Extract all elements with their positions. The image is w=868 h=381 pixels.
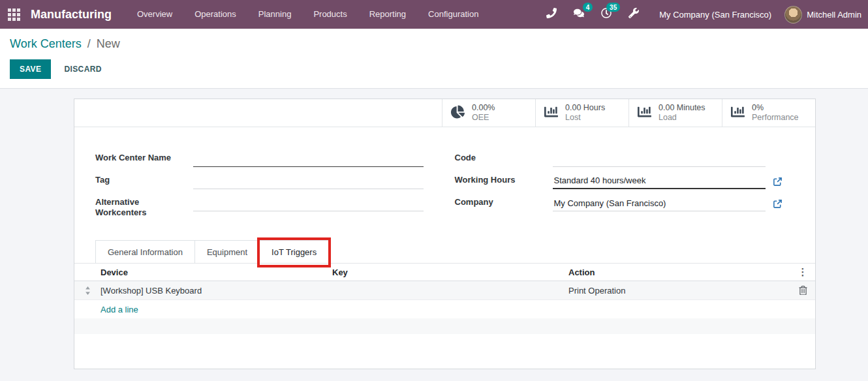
discard-button[interactable]: DISCARD: [54, 60, 111, 78]
code-input[interactable]: [553, 151, 766, 167]
work-center-name-label: Work Center Name: [95, 151, 193, 167]
stat-button-bar: 0.00% OEE 0.00 Hours Lost 0.00 Minutes L…: [74, 99, 815, 127]
company-switcher[interactable]: My Company (San Francisco): [659, 10, 771, 20]
nav-menu-planning[interactable]: Planning: [247, 0, 303, 29]
nav-menu-operations[interactable]: Operations: [183, 0, 247, 29]
stat-button-performance[interactable]: 0% Performance: [722, 99, 815, 127]
code-label: Code: [455, 151, 553, 167]
column-device[interactable]: Device: [101, 267, 332, 277]
stat-button-load[interactable]: 0.00 Minutes Load: [628, 99, 722, 127]
control-panel: Work Centers / New SAVE DISCARD: [0, 29, 868, 89]
tools-icon: [628, 8, 639, 21]
company-input[interactable]: My Company (San Francisco): [553, 195, 766, 211]
phone-icon: [546, 8, 557, 21]
company-label: Company: [455, 195, 553, 211]
stat-oee-value: 0.00%: [472, 103, 495, 113]
breadcrumb-work-centers[interactable]: Work Centers: [10, 37, 82, 50]
stat-lost-label: Lost: [565, 113, 605, 123]
stat-button-oee[interactable]: 0.00% OEE: [442, 99, 535, 127]
debug-tools-button[interactable]: [620, 0, 647, 29]
breadcrumb-separator: /: [87, 37, 91, 50]
work-center-name-input[interactable]: [193, 151, 424, 167]
nav-menu-reporting[interactable]: Reporting: [358, 0, 417, 29]
stat-load-label: Load: [659, 113, 705, 123]
tab-equipment[interactable]: Equipment: [194, 240, 260, 263]
nav-menu-products[interactable]: Products: [302, 0, 358, 29]
messages-icon: [574, 8, 584, 21]
user-name: Mitchell Admin: [807, 10, 861, 20]
systray: 4 35 My Company (San Francisco) Mitchell…: [538, 0, 861, 29]
bar-chart-icon: [731, 105, 745, 121]
cell-device[interactable]: [Workshop] USB Keyboard: [101, 286, 332, 296]
ext-placeholder: [766, 151, 783, 167]
alternative-workcenters-input[interactable]: [193, 195, 424, 211]
activities-button[interactable]: 35: [593, 0, 620, 29]
messages-badge: 4: [583, 3, 593, 12]
breadcrumb-current: New: [97, 37, 120, 50]
stat-load-value: 0.00 Minutes: [659, 103, 705, 113]
activities-badge: 35: [606, 3, 620, 12]
form-fields: Work Center Name Tag Alternative Workcen…: [74, 127, 815, 224]
nav-menu-overview[interactable]: Overview: [126, 0, 183, 29]
iot-triggers-table: Device Key Action ⋮ [Workshop] USB Keybo…: [74, 264, 815, 334]
breadcrumb: Work Centers / New: [10, 37, 858, 51]
voip-button[interactable]: [538, 0, 565, 29]
form-sheet: 0.00% OEE 0.00 Hours Lost 0.00 Minutes L…: [74, 99, 816, 369]
company-external-link-icon[interactable]: [766, 195, 783, 211]
apps-menu-icon[interactable]: [8, 8, 20, 21]
cell-action[interactable]: Print Operation: [568, 286, 790, 296]
tag-label: Tag: [95, 173, 193, 189]
tag-input[interactable]: [193, 173, 424, 189]
main-menu: Overview Operations Planning Products Re…: [126, 0, 489, 29]
stat-performance-value: 0%: [752, 103, 799, 113]
working-hours-external-link-icon[interactable]: [766, 173, 783, 189]
empty-row-stripe: [74, 318, 815, 334]
stat-lost-value: 0.00 Hours: [565, 103, 605, 113]
notebook-tabs: General Information Equipment IoT Trigge…: [74, 240, 815, 264]
top-navbar: Manufacturing Overview Operations Planni…: [0, 0, 868, 29]
bar-chart-icon: [544, 105, 558, 121]
nav-menu-configuration[interactable]: Configuration: [417, 0, 489, 29]
tab-iot-triggers[interactable]: IoT Triggers: [259, 240, 329, 263]
bar-chart-icon: [638, 105, 651, 121]
pie-chart-icon: [451, 105, 465, 121]
working-hours-label: Working Hours: [455, 173, 553, 189]
working-hours-input[interactable]: Standard 40 hours/week: [553, 173, 766, 189]
table-header: Device Key Action ⋮: [74, 264, 815, 281]
add-a-line-link[interactable]: Add a line: [101, 305, 138, 314]
stat-button-lost[interactable]: 0.00 Hours Lost: [535, 99, 628, 127]
column-action[interactable]: Action: [568, 267, 790, 277]
save-button[interactable]: SAVE: [10, 59, 51, 79]
app-title[interactable]: Manufacturing: [31, 8, 112, 22]
table-row[interactable]: [Workshop] USB Keyboard Print Operation: [74, 281, 815, 300]
optional-columns-icon[interactable]: ⋮: [790, 267, 815, 277]
column-key[interactable]: Key: [332, 267, 568, 277]
stat-oee-label: OEE: [472, 113, 495, 123]
user-menu[interactable]: Mitchell Admin: [784, 6, 861, 23]
stat-performance-label: Performance: [752, 113, 799, 123]
tab-general-information[interactable]: General Information: [95, 240, 195, 263]
alternative-workcenters-label: Alternative Workcenters: [95, 195, 193, 218]
messages-button[interactable]: 4: [565, 0, 593, 29]
drag-handle-icon[interactable]: [85, 286, 91, 295]
trash-icon[interactable]: [799, 286, 807, 295]
form-view: 0.00% OEE 0.00 Hours Lost 0.00 Minutes L…: [0, 89, 868, 369]
user-avatar: [784, 6, 802, 23]
